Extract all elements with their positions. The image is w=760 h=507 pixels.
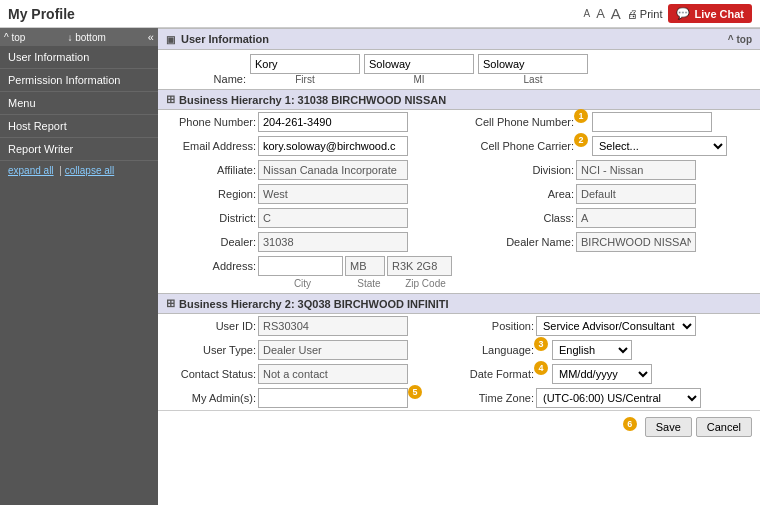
- region-col: Region:: [166, 184, 459, 204]
- division-col: Division:: [459, 160, 752, 180]
- area-label: Area:: [459, 188, 574, 200]
- address-input[interactable]: [258, 256, 343, 276]
- phone-input[interactable]: [258, 112, 408, 132]
- mi-input[interactable]: [364, 54, 474, 74]
- last-name-input[interactable]: [478, 54, 588, 74]
- district-col: District:: [166, 208, 459, 228]
- first-name-input[interactable]: [250, 54, 360, 74]
- district-label: District:: [166, 212, 256, 224]
- district-row: District: Class:: [158, 206, 760, 230]
- phone-label: Phone Number:: [166, 116, 256, 128]
- myadmins-input[interactable]: [258, 388, 408, 408]
- timezone-label: Time Zone:: [459, 392, 534, 404]
- usertype-input: [258, 340, 408, 360]
- timezone-col: Time Zone: (UTC-06:00) US/Central: [459, 388, 752, 408]
- myadmins-label: My Admin(s):: [166, 392, 256, 404]
- usertype-col: User Type:: [166, 340, 459, 360]
- user-info-section-header: ▣ User Information ^ top: [158, 28, 760, 50]
- contact-status-input: [258, 364, 408, 384]
- contact-status-label: Contact Status:: [166, 368, 256, 380]
- sidebar-item-user-information[interactable]: User Information: [0, 46, 158, 69]
- email-input[interactable]: [258, 136, 408, 156]
- collapse-all-link[interactable]: collapse all: [65, 165, 114, 176]
- font-size-large[interactable]: A: [611, 5, 621, 22]
- zip-label: Zip Code: [393, 278, 458, 289]
- contact-status-row: Contact Status: Date Format: 4 MM/dd/yyy…: [158, 362, 760, 386]
- badge-4: 4: [534, 361, 548, 375]
- contact-status-col: Contact Status:: [166, 364, 459, 384]
- affiliate-input: [258, 160, 408, 180]
- affiliate-label: Affiliate:: [166, 164, 256, 176]
- date-format-col: Date Format: 4 MM/dd/yyyy: [459, 364, 752, 384]
- biz-hier1-title: Business Hierarchy 1: 31038 BIRCHWOOD NI…: [179, 94, 446, 106]
- area-input: [576, 184, 696, 204]
- user-info-title: User Information: [181, 33, 269, 45]
- save-button[interactable]: Save: [645, 417, 692, 437]
- area-col: Area:: [459, 184, 752, 204]
- position-select[interactable]: Service Advisor/Consultant: [536, 316, 696, 336]
- sidebar-item-menu[interactable]: Menu: [0, 92, 158, 115]
- position-col: Position: Service Advisor/Consultant: [459, 316, 752, 336]
- first-name-group: First: [250, 54, 360, 85]
- state-input: [345, 256, 385, 276]
- sidebar-bottom-btn[interactable]: ↓ bottom: [67, 32, 105, 43]
- expand-all-link[interactable]: expand all: [8, 165, 54, 176]
- phone-col: Phone Number:: [166, 112, 459, 132]
- chat-icon: 💬: [676, 7, 690, 20]
- division-input: [576, 160, 696, 180]
- language-col: Language: 3 English: [459, 340, 752, 360]
- printer-icon: 🖨: [627, 8, 638, 20]
- print-button[interactable]: 🖨 Print: [627, 8, 663, 20]
- cell-carrier-label: Cell Phone Carrier:: [459, 140, 574, 152]
- class-label: Class:: [459, 212, 574, 224]
- cell-phone-col: Cell Phone Number: 1: [459, 112, 752, 132]
- badge-1: 1: [574, 109, 588, 123]
- main-layout: ^ top ↓ bottom « User Information Permis…: [0, 28, 760, 505]
- dealer-col: Dealer:: [166, 232, 459, 252]
- top-bar: My Profile A A A 🖨 Print 💬 Live Chat: [0, 0, 760, 28]
- cancel-button[interactable]: Cancel: [696, 417, 752, 437]
- timezone-select[interactable]: (UTC-06:00) US/Central: [536, 388, 701, 408]
- font-size-medium[interactable]: A: [596, 6, 605, 21]
- sidebar-top-btn[interactable]: ^ top: [4, 32, 25, 43]
- dealer-name-input: [576, 232, 696, 252]
- sidebar-item-permission-information[interactable]: Permission Information: [0, 69, 158, 92]
- user-info-top-link[interactable]: ^ top: [728, 34, 752, 45]
- name-label: Name:: [166, 73, 246, 85]
- class-input: [576, 208, 696, 228]
- biz-hier1-header: ⊞ Business Hierarchy 1: 31038 BIRCHWOOD …: [158, 89, 760, 110]
- dealer-input: [258, 232, 408, 252]
- sidebar-item-host-report[interactable]: Host Report: [0, 115, 158, 138]
- cell-carrier-col: Cell Phone Carrier: 2 Select...: [459, 136, 752, 156]
- cell-phone-input[interactable]: [592, 112, 712, 132]
- affiliate-col: Affiliate:: [166, 160, 459, 180]
- usertype-label: User Type:: [166, 344, 256, 356]
- sidebar-collapse-icon[interactable]: «: [148, 31, 154, 43]
- biz-hier2-title: Business Hierarchy 2: 3Q038 BIRCHWOOD IN…: [179, 298, 449, 310]
- name-row: Name: First MI Last: [158, 50, 760, 89]
- address-labels-row: City State Zip Code: [158, 278, 760, 293]
- region-input: [258, 184, 408, 204]
- cell-carrier-select[interactable]: Select...: [592, 136, 727, 156]
- dealer-name-col: Dealer Name:: [459, 232, 752, 252]
- language-select[interactable]: English: [552, 340, 632, 360]
- sidebar-item-report-writer[interactable]: Report Writer: [0, 138, 158, 161]
- address-col: Address:: [166, 256, 752, 276]
- live-chat-button[interactable]: 💬 Live Chat: [668, 4, 752, 23]
- date-format-select[interactable]: MM/dd/yyyy: [552, 364, 652, 384]
- phone-row: Phone Number: Cell Phone Number: 1: [158, 110, 760, 134]
- myadmins-col: My Admin(s): 5: [166, 388, 459, 408]
- first-label: First: [250, 74, 360, 85]
- biz-hier2-toggle[interactable]: ⊞: [166, 297, 175, 310]
- address-row: Address:: [158, 254, 760, 278]
- zipcode-input: [387, 256, 452, 276]
- badge-2: 2: [574, 133, 588, 147]
- top-bar-right: A A A 🖨 Print 💬 Live Chat: [584, 4, 753, 23]
- last-label: Last: [478, 74, 588, 85]
- user-info-toggle[interactable]: ▣: [166, 34, 175, 45]
- biz-hier1-toggle[interactable]: ⊞: [166, 93, 175, 106]
- dealer-label: Dealer:: [166, 236, 256, 248]
- region-label: Region:: [166, 188, 256, 200]
- font-size-small[interactable]: A: [584, 8, 591, 19]
- userid-col: User ID:: [166, 316, 459, 336]
